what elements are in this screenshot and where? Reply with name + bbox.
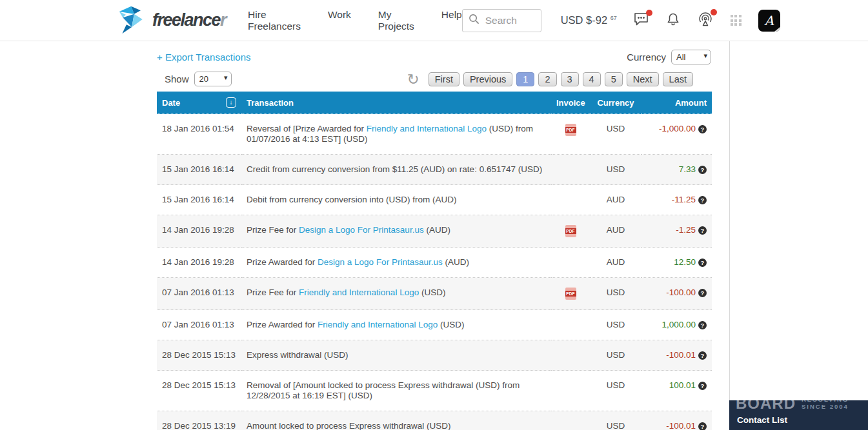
transaction-text: Credit from currency conversion from $11… (247, 164, 542, 174)
amount-cell: 7.33? (641, 155, 712, 185)
help-icon[interactable]: ? (698, 422, 707, 430)
transaction-description: Credit from currency conversion from $11… (241, 155, 551, 185)
project-link[interactable]: Design a Logo For Printasaur.us (299, 225, 424, 235)
notifications-button[interactable] (666, 12, 680, 29)
transaction-date: 15 Jan 2016 16:14 (157, 185, 241, 215)
nav-item-hire-freelancers[interactable]: Hire Freelancers (248, 9, 301, 32)
column-header-transaction[interactable]: Transaction (241, 92, 551, 114)
freelancer-logo[interactable]: freelancer (118, 5, 226, 37)
amount-cell: 100.01? (641, 371, 712, 411)
table-row: 18 Jan 2016 01:54Reversal of [Prize Awar… (157, 114, 712, 155)
amount-cell: 12.50? (641, 248, 712, 278)
amount-cell: 1,000.00? (641, 310, 712, 340)
transaction-description: Removal of [Amount locked to process Exp… (241, 371, 551, 411)
amount-cell: -100.01? (641, 340, 712, 371)
page-button-2[interactable]: 2 (538, 72, 556, 86)
help-icon[interactable]: ? (698, 125, 707, 133)
invoice-cell (551, 371, 590, 411)
show-control: Show 20 (165, 72, 232, 86)
page-button-4[interactable]: 4 (583, 72, 601, 86)
support-button[interactable] (697, 12, 714, 30)
table-row: 14 Jan 2016 19:28Prize Fee for Design a … (157, 215, 712, 248)
table-row: 14 Jan 2016 19:28Prize Awarded for Desig… (157, 248, 712, 278)
transaction-text: Amount locked to process Express withdra… (247, 421, 451, 430)
transaction-currency: AUD (590, 248, 641, 278)
transaction-currency: USD (590, 114, 641, 155)
transaction-description: Prize Awarded for Friendly and Internati… (241, 310, 551, 340)
pdf-icon[interactable]: PDF (565, 124, 576, 136)
contact-list-link[interactable]: Contact List (737, 415, 787, 425)
transaction-description: Prize Fee for Design a Logo For Printasa… (241, 215, 551, 248)
transaction-date: 07 Jan 2016 01:13 (157, 278, 241, 310)
help-icon[interactable]: ? (698, 289, 707, 297)
messages-badge (646, 10, 652, 16)
invoice-cell: PDF (551, 114, 590, 155)
nav-item-help[interactable]: Help (441, 9, 462, 32)
nav-item-work[interactable]: Work (328, 9, 351, 32)
user-avatar[interactable]: A (758, 10, 780, 32)
page-button-previous[interactable]: Previous (463, 72, 512, 86)
help-icon[interactable]: ? (698, 226, 707, 235)
transaction-amount: 100.01 (669, 380, 696, 390)
page-button-1[interactable]: 1 (516, 72, 534, 86)
help-icon[interactable]: ? (698, 196, 707, 204)
project-link[interactable]: Friendly and International Logo (318, 320, 438, 329)
refresh-icon[interactable]: ↻ (407, 73, 419, 86)
toolbar-row-1: + Export Transactions Currency All (157, 50, 711, 64)
transaction-date: 18 Jan 2016 01:54 (157, 114, 241, 155)
nav-item-my-projects[interactable]: My Projects (378, 9, 414, 32)
export-transactions-link[interactable]: + Export Transactions (157, 52, 251, 63)
amount-cell: -1.25? (641, 215, 712, 248)
page-button-3[interactable]: 3 (561, 72, 579, 86)
transaction-date: 28 Dec 2015 13:19 (157, 411, 241, 430)
transaction-amount: -1.25 (676, 225, 696, 235)
navbar-right: USD $-92 67 (462, 9, 780, 32)
account-balance[interactable]: USD $-92 67 (561, 14, 617, 26)
column-header-date[interactable]: Date ↓ (157, 92, 241, 114)
project-link[interactable]: Friendly and International Logo (299, 288, 419, 297)
invoice-cell (551, 155, 590, 185)
invoice-cell (551, 248, 590, 278)
help-icon[interactable]: ? (698, 351, 707, 360)
currency-select-wrap: All (671, 50, 711, 64)
column-header-invoice[interactable]: Invoice (551, 92, 590, 114)
pdf-icon[interactable]: PDF (565, 288, 576, 300)
help-icon[interactable]: ? (698, 259, 707, 267)
sort-descending-icon[interactable]: ↓ (226, 97, 236, 108)
column-header-amount[interactable]: Amount (641, 92, 712, 114)
transactions-tbody: 18 Jan 2016 01:54Reversal of [Prize Awar… (157, 114, 712, 430)
bell-icon (666, 12, 680, 29)
project-link[interactable]: Friendly and International Logo (367, 124, 487, 133)
invoice-cell: PDF (551, 215, 590, 248)
transaction-amount: -100.01 (666, 421, 696, 430)
amount-cell: -1,000.00? (641, 114, 712, 155)
amount-cell: -11.25? (641, 185, 712, 215)
pdf-icon[interactable]: PDF (565, 225, 576, 237)
messages-button[interactable] (634, 12, 649, 28)
page-button-5[interactable]: 5 (605, 72, 623, 86)
search-input[interactable] (484, 14, 532, 27)
apps-menu-button[interactable] (731, 15, 742, 26)
currency-select[interactable]: All (671, 50, 711, 64)
pagination: ↻ FirstPrevious12345NextLast (407, 72, 693, 86)
search-icon (469, 14, 479, 27)
page-button-last[interactable]: Last (663, 72, 693, 86)
grid-icon (731, 15, 742, 26)
page-button-first[interactable]: First (429, 72, 459, 86)
page-button-next[interactable]: Next (627, 72, 659, 86)
transaction-currency: USD (590, 155, 641, 185)
currency-label: Currency (627, 52, 666, 63)
show-select[interactable]: 20 (194, 72, 232, 86)
transaction-amount: 7.33 (679, 164, 696, 174)
table-header-row: Date ↓ Transaction Invoice Currency Amou… (157, 92, 712, 114)
column-header-currency[interactable]: Currency (590, 92, 641, 114)
search-box[interactable] (462, 9, 541, 32)
transaction-description: Reversal of [Prize Awarded for Friendly … (241, 114, 551, 155)
help-icon[interactable]: ? (698, 166, 707, 174)
transaction-currency: USD (590, 278, 641, 310)
help-icon[interactable]: ? (698, 321, 707, 329)
project-link[interactable]: Design a Logo For Printasaur.us (318, 257, 443, 267)
transaction-description: Express withdrawal (USD) (241, 340, 551, 371)
help-icon[interactable]: ? (698, 382, 707, 390)
transaction-text: Reversal of [Prize Awarded for (247, 124, 367, 133)
